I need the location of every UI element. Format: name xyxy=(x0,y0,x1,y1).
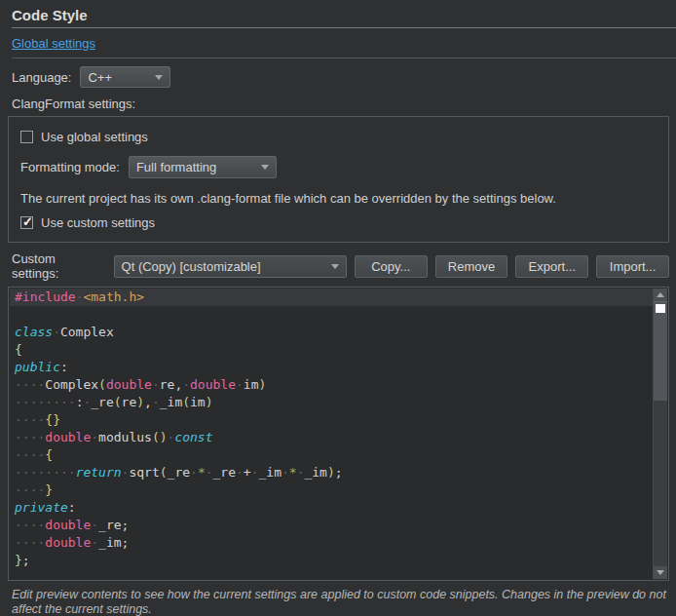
remove-button[interactable]: Remove xyxy=(435,255,508,278)
section-separator xyxy=(12,58,676,58)
code-line[interactable]: { xyxy=(10,341,653,359)
clangformat-groupbox: Use global settings Formatting mode: Ful… xyxy=(8,116,669,243)
custom-settings-row: Custom settings: Qt (Copy) [customizable… xyxy=(12,251,669,281)
export-button[interactable]: Export... xyxy=(515,255,588,278)
chevron-down-icon xyxy=(261,165,269,170)
language-select-value: C++ xyxy=(88,70,112,85)
chevron-down-icon xyxy=(331,264,339,269)
code-style-settings-page: { "page": { "title": "Code Style", "glob… xyxy=(0,0,676,616)
code-line[interactable]: ····double·_re; xyxy=(10,517,653,534)
code-line[interactable]: ····Complex(double·re,·double·im) xyxy=(10,376,653,394)
language-label: Language: xyxy=(12,70,71,85)
arrow-up-icon xyxy=(657,292,664,297)
checkbox-checked-icon xyxy=(20,216,33,229)
code-line[interactable]: private: xyxy=(10,499,653,517)
footer-note: Edit preview contents to see how the cur… xyxy=(12,588,666,616)
code-line[interactable]: ····double·modulus()·const xyxy=(10,429,653,446)
checkbox-icon xyxy=(20,131,33,143)
code-line[interactable]: #include·<math.h> xyxy=(10,289,653,306)
code-line[interactable]: ········:·_re(re),·_im(im) xyxy=(10,394,653,411)
formatting-mode-label: Formatting mode: xyxy=(20,160,120,174)
use-global-settings-checkbox[interactable]: Use global settings xyxy=(20,129,657,144)
clang-format-note: The current project has its own .clang-f… xyxy=(20,191,657,205)
code-line[interactable]: }; xyxy=(10,552,653,569)
clangformat-group-label: ClangFormat settings: xyxy=(12,96,676,111)
page-title: Code Style xyxy=(12,7,664,23)
language-select[interactable]: C++ xyxy=(80,66,170,88)
chevron-down-icon xyxy=(155,75,163,80)
code-area[interactable]: #include·<math.h> class·Complex{public:·… xyxy=(10,289,653,579)
use-custom-settings-label: Use custom settings xyxy=(41,215,155,230)
cursor-position-marker xyxy=(656,304,665,313)
code-line[interactable]: class·Complex xyxy=(10,324,653,341)
code-line[interactable]: ····double·_im; xyxy=(10,534,653,552)
use-global-settings-label: Use global settings xyxy=(41,130,148,144)
custom-settings-label: Custom settings: xyxy=(12,251,106,281)
scrollbar-down-button[interactable] xyxy=(654,566,667,579)
formatting-mode-row: Formatting mode: Full formatting xyxy=(20,156,657,178)
custom-settings-select[interactable]: Qt (Copy) [customizable] xyxy=(114,255,347,278)
formatting-mode-select[interactable]: Full formatting xyxy=(129,156,277,178)
code-line[interactable]: ····} xyxy=(10,481,653,499)
code-line[interactable]: ····{ xyxy=(10,446,653,464)
code-line[interactable] xyxy=(10,306,653,324)
copy-button[interactable]: Copy... xyxy=(355,255,428,278)
vertical-scrollbar[interactable] xyxy=(653,289,667,579)
title-separator xyxy=(12,27,676,28)
language-row: Language: C++ xyxy=(12,66,676,88)
import-button[interactable]: Import... xyxy=(596,255,669,278)
scrollbar-thumb[interactable] xyxy=(654,301,667,401)
scrollbar-up-button[interactable] xyxy=(654,289,667,301)
code-line[interactable]: ········return·sqrt(_re·*·_re·+·_im·*·_i… xyxy=(10,464,653,481)
global-settings-link[interactable]: Global settings xyxy=(12,36,95,51)
code-line[interactable]: public: xyxy=(10,359,653,376)
arrow-down-icon xyxy=(657,570,664,575)
custom-settings-value: Qt (Copy) [customizable] xyxy=(122,259,261,274)
use-custom-settings-checkbox[interactable]: Use custom settings xyxy=(20,214,657,230)
formatting-mode-value: Full formatting xyxy=(136,160,216,174)
code-line[interactable]: ····{} xyxy=(10,411,653,429)
code-preview-editor: #include·<math.h> class·Complex{public:·… xyxy=(8,287,669,581)
